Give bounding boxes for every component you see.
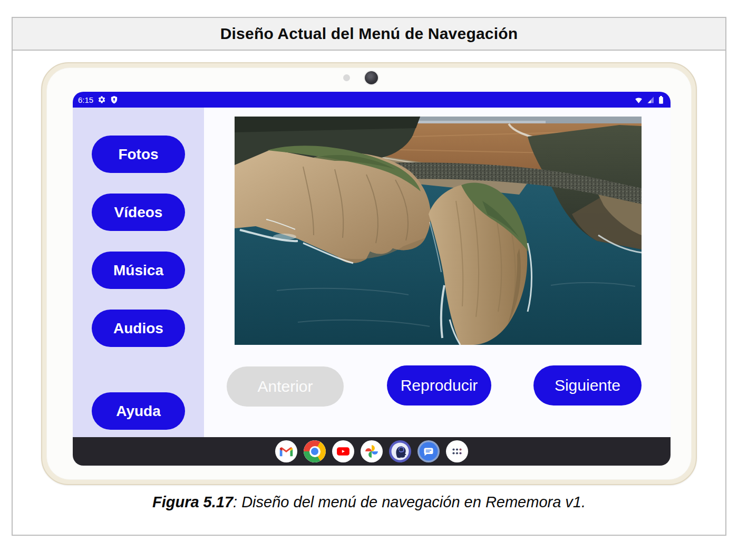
light-sensor-icon bbox=[343, 74, 350, 81]
tablet-device: 6:15 bbox=[41, 62, 697, 485]
play-button[interactable]: Reproducir bbox=[387, 365, 491, 405]
previous-button[interactable]: Anterior bbox=[227, 366, 344, 407]
sidebar-item-videos[interactable]: Vídeos bbox=[92, 194, 185, 231]
dock bbox=[73, 437, 671, 466]
rememora-app-icon[interactable] bbox=[389, 440, 411, 462]
figure-caption-text: : Diseño del menú de navegación en Remem… bbox=[233, 494, 586, 510]
battery-icon bbox=[658, 95, 664, 104]
figure-caption-label: Figura 5.17 bbox=[152, 494, 233, 510]
sidebar-item-audios[interactable]: Audios bbox=[92, 310, 185, 347]
app-drawer-icon[interactable] bbox=[446, 440, 468, 462]
gmail-icon[interactable] bbox=[275, 440, 297, 462]
privacy-shield-icon bbox=[110, 95, 118, 104]
figure-page: Diseño Actual del Menú de Navegación 6:1… bbox=[0, 0, 738, 560]
cellular-signal-icon bbox=[646, 96, 655, 104]
sidebar-item-fotos[interactable]: Fotos bbox=[92, 136, 185, 173]
figure-caption: Figura 5.17: Diseño del menú de navegaci… bbox=[0, 494, 738, 511]
tablet-screen: 6:15 bbox=[73, 92, 671, 466]
messages-icon[interactable] bbox=[417, 440, 440, 462]
sidebar-item-ayuda[interactable]: Ayuda bbox=[92, 392, 185, 430]
figure-title: Diseño Actual del Menú de Navegación bbox=[13, 18, 725, 51]
youtube-icon[interactable] bbox=[332, 440, 354, 462]
google-photos-icon[interactable] bbox=[361, 440, 383, 462]
front-camera-icon bbox=[365, 71, 378, 84]
settings-gear-icon bbox=[98, 95, 106, 104]
sidebar-item-musica[interactable]: Música bbox=[92, 252, 185, 289]
media-photo bbox=[235, 117, 642, 345]
wifi-icon bbox=[634, 96, 643, 104]
sidebar: Fotos Vídeos Música Audios Ayuda bbox=[73, 108, 204, 437]
status-time: 6:15 bbox=[78, 96, 93, 104]
chrome-icon[interactable] bbox=[304, 440, 326, 462]
next-button[interactable]: Siguiente bbox=[533, 365, 642, 405]
status-bar: 6:15 bbox=[73, 92, 671, 108]
